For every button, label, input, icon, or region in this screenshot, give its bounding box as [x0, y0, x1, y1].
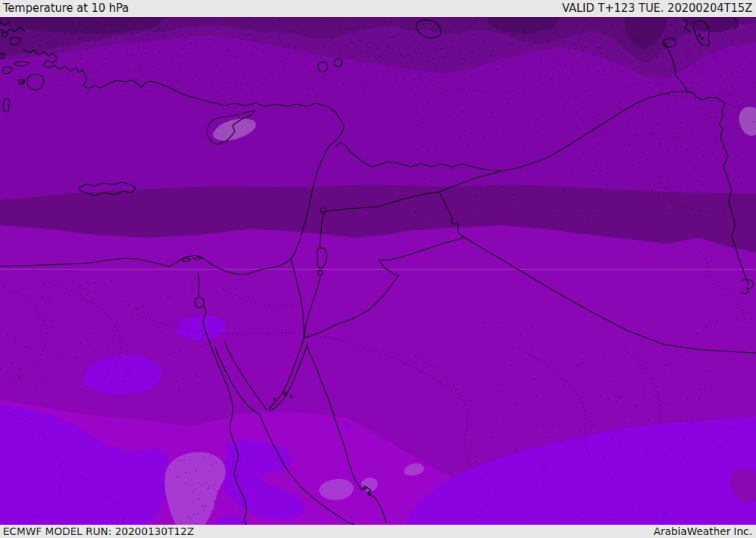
map-title: Temperature at 10 hPa: [3, 0, 129, 17]
credit-label: ArabiaWeather Inc.: [653, 525, 752, 538]
model-run-label: ECMWF MODEL RUN: 20200130T12Z: [3, 525, 194, 538]
header-bar: Temperature at 10 hPa VALID T+123 TUE. 2…: [0, 0, 756, 17]
weather-map: [0, 17, 756, 525]
valid-time-label: VALID T+123 TUE. 20200204T15Z: [562, 0, 752, 17]
footer-bar: ECMWF MODEL RUN: 20200130T12Z ArabiaWeat…: [0, 525, 756, 538]
temperature-map-canvas: [0, 17, 756, 525]
